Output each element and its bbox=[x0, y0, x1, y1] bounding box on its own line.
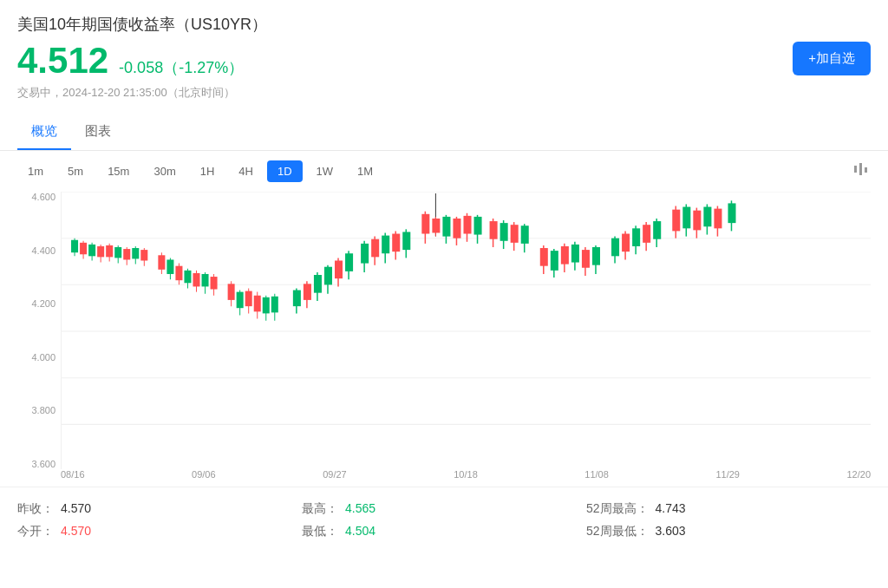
candlestick-svg bbox=[62, 192, 871, 469]
svg-rect-16 bbox=[97, 246, 104, 257]
svg-rect-1 bbox=[859, 163, 862, 175]
svg-rect-117 bbox=[653, 221, 661, 239]
svg-rect-79 bbox=[432, 219, 440, 233]
svg-rect-32 bbox=[175, 266, 182, 281]
svg-rect-52 bbox=[271, 297, 278, 313]
svg-rect-10 bbox=[71, 240, 78, 252]
svg-rect-56 bbox=[304, 284, 311, 300]
svg-rect-74 bbox=[402, 232, 410, 250]
tf-1w[interactable]: 1W bbox=[306, 160, 344, 182]
svg-rect-0 bbox=[854, 166, 857, 173]
svg-rect-109 bbox=[611, 238, 619, 257]
svg-rect-115 bbox=[643, 225, 650, 243]
svg-rect-119 bbox=[672, 210, 680, 232]
svg-rect-87 bbox=[474, 217, 482, 235]
svg-rect-42 bbox=[228, 284, 235, 300]
stats-group-1: 昨收： 4.570 今开： 4.570 bbox=[17, 501, 302, 539]
svg-rect-83 bbox=[453, 219, 460, 238]
svg-rect-60 bbox=[324, 267, 332, 285]
tf-4h[interactable]: 4H bbox=[228, 160, 264, 182]
svg-rect-129 bbox=[728, 203, 735, 223]
tab-bar: 概览 图表 bbox=[0, 114, 888, 151]
page-title: 美国10年期国债收益率（US10YR） bbox=[17, 14, 871, 35]
svg-rect-101 bbox=[561, 246, 569, 265]
svg-rect-72 bbox=[392, 234, 400, 252]
tf-1m-month[interactable]: 1M bbox=[347, 160, 383, 182]
svg-rect-24 bbox=[132, 248, 139, 258]
svg-rect-18 bbox=[106, 245, 113, 257]
tf-1d[interactable]: 1D bbox=[267, 160, 303, 182]
tf-1h[interactable]: 1H bbox=[190, 160, 225, 182]
svg-rect-62 bbox=[335, 260, 343, 278]
svg-rect-103 bbox=[571, 245, 579, 263]
svg-rect-34 bbox=[184, 271, 191, 283]
svg-rect-89 bbox=[490, 221, 498, 239]
stat-52w-high: 52周最高： 4.743 bbox=[586, 501, 871, 517]
header: 美国10年期国债收益率（US10YR） 4.512 -0.058（-1.27%）… bbox=[0, 0, 888, 108]
stats-group-3: 52周最高： 4.743 52周最低： 3.603 bbox=[586, 501, 871, 539]
chart-type-button[interactable] bbox=[852, 160, 871, 183]
svg-rect-95 bbox=[521, 225, 529, 244]
svg-rect-22 bbox=[123, 249, 130, 259]
tf-1m[interactable]: 1m bbox=[17, 160, 54, 182]
tf-5m[interactable]: 5m bbox=[57, 160, 94, 182]
svg-rect-2 bbox=[865, 167, 867, 173]
timestamp: 交易中，2024-12-20 21:35:00（北京时间） bbox=[17, 85, 871, 101]
svg-rect-40 bbox=[211, 277, 218, 289]
svg-rect-121 bbox=[682, 207, 690, 229]
svg-rect-97 bbox=[540, 248, 548, 266]
svg-rect-48 bbox=[254, 296, 261, 312]
x-axis: 08/16 09/06 09/27 10/18 11/08 11/29 12/2… bbox=[61, 469, 871, 487]
candlestick-chart-container bbox=[61, 192, 871, 469]
svg-rect-85 bbox=[463, 216, 471, 234]
svg-rect-20 bbox=[114, 247, 121, 258]
chart-area: 4.600 4.400 4.200 4.000 3.800 3.600 bbox=[17, 192, 871, 487]
stat-52w-low: 52周最低： 3.603 bbox=[586, 524, 871, 539]
svg-rect-46 bbox=[245, 291, 252, 307]
svg-rect-28 bbox=[158, 255, 165, 270]
svg-rect-36 bbox=[193, 273, 199, 286]
stats-group-2: 最高： 4.565 最低： 4.504 bbox=[302, 501, 586, 539]
tab-chart[interactable]: 图表 bbox=[71, 114, 125, 150]
svg-rect-105 bbox=[582, 250, 590, 268]
svg-rect-125 bbox=[703, 207, 711, 227]
svg-rect-93 bbox=[511, 225, 519, 243]
svg-rect-44 bbox=[237, 292, 244, 309]
svg-rect-81 bbox=[442, 217, 450, 237]
svg-rect-68 bbox=[371, 239, 379, 258]
price-change: -0.058（-1.27%） bbox=[119, 57, 244, 78]
svg-rect-50 bbox=[263, 297, 270, 314]
svg-rect-99 bbox=[551, 251, 558, 271]
svg-rect-70 bbox=[382, 236, 389, 254]
svg-rect-107 bbox=[592, 247, 600, 265]
timeframe-selector: 1m 5m 15m 30m 1H 4H 1D 1W 1M bbox=[0, 151, 888, 192]
svg-rect-14 bbox=[88, 245, 95, 256]
svg-rect-58 bbox=[314, 275, 322, 293]
svg-rect-111 bbox=[622, 234, 630, 252]
svg-rect-26 bbox=[140, 250, 147, 260]
svg-rect-76 bbox=[421, 214, 429, 234]
price-value: 4.512 bbox=[17, 40, 108, 82]
svg-rect-12 bbox=[80, 243, 87, 254]
svg-rect-123 bbox=[693, 211, 701, 231]
svg-rect-127 bbox=[714, 209, 722, 229]
svg-rect-91 bbox=[500, 223, 508, 241]
svg-rect-113 bbox=[632, 228, 640, 246]
svg-rect-64 bbox=[345, 253, 353, 271]
stat-high: 最高： 4.565 bbox=[302, 501, 586, 517]
stat-today-open: 今开： 4.570 bbox=[17, 524, 302, 539]
stats-section: 昨收： 4.570 今开： 4.570 最高： 4.565 最低： 4.504 … bbox=[0, 487, 888, 553]
svg-rect-66 bbox=[361, 244, 369, 264]
svg-rect-54 bbox=[293, 291, 301, 307]
tab-overview[interactable]: 概览 bbox=[17, 114, 71, 150]
stat-low: 最低： 4.504 bbox=[302, 524, 586, 539]
tf-15m[interactable]: 15m bbox=[97, 160, 140, 182]
svg-rect-30 bbox=[166, 259, 173, 274]
tf-30m[interactable]: 30m bbox=[143, 160, 186, 182]
stat-yesterday-close: 昨收： 4.570 bbox=[17, 501, 302, 517]
y-axis: 4.600 4.400 4.200 4.000 3.800 3.600 bbox=[17, 192, 61, 469]
add-to-watchlist-button[interactable]: +加自选 bbox=[793, 42, 871, 75]
svg-rect-38 bbox=[202, 274, 209, 286]
